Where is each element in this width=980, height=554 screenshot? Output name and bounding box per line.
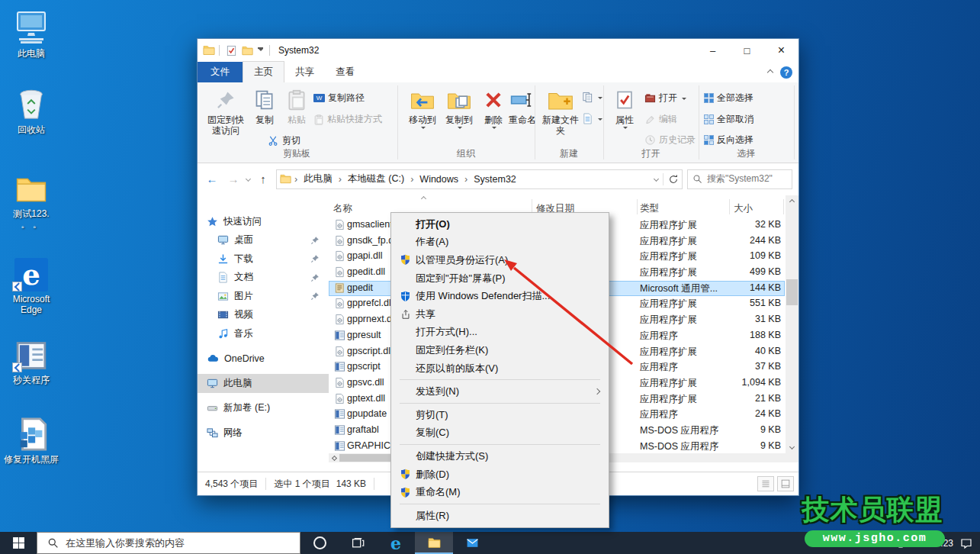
taskbar-search-input[interactable]: 在这里输入你要搜索的内容 <box>37 532 300 554</box>
nav-item-new-volume-e[interactable]: 新加卷 (E:) <box>198 399 329 418</box>
history-button[interactable]: 历史记录 <box>644 134 696 147</box>
tab-share[interactable]: 共享 <box>284 62 325 82</box>
menu-item-share[interactable]: 共享 <box>391 305 609 324</box>
desktop-icon-fix-black-screen[interactable]: 修复开机黑屏 <box>2 415 61 465</box>
collapse-ribbon-icon[interactable] <box>767 69 773 76</box>
address-dropdown-icon[interactable] <box>654 176 659 182</box>
menu-item-properties[interactable]: 属性(R) <box>391 507 609 525</box>
desktop-icon-edge[interactable]: e Microsoft Edge <box>2 255 61 315</box>
back-button[interactable]: ← <box>204 172 220 185</box>
column-header-type[interactable]: 类型 <box>640 202 659 215</box>
address-box[interactable]: › 此电脑 › 本地磁盘 (C:) › Windows › System32 <box>276 169 683 189</box>
search-input[interactable]: 搜索"System32" <box>687 169 792 189</box>
tab-view[interactable]: 查看 <box>325 62 365 82</box>
menu-item-pin-to-start[interactable]: 固定到"开始"屏幕(P) <box>391 269 609 288</box>
properties-button[interactable]: 属性 <box>609 87 640 130</box>
invert-selection-button[interactable]: 反向选择 <box>704 134 753 147</box>
scroll-right-icon[interactable] <box>329 453 339 462</box>
qat-properties-icon[interactable] <box>226 45 237 56</box>
details-view-button[interactable] <box>757 476 774 491</box>
edit-button[interactable]: 编辑 <box>644 113 677 126</box>
taskbar-mail-button[interactable] <box>453 532 491 554</box>
menu-item-copy[interactable]: 复制(C) <box>391 424 609 443</box>
nav-item-pictures[interactable]: 图片 <box>198 287 329 306</box>
desktop-icon-quick-close-app[interactable]: 秒关程序 <box>2 336 61 385</box>
vertical-scrollbar[interactable] <box>786 195 798 453</box>
desktop-icon-recycle-bin[interactable]: 回收站 <box>2 85 61 135</box>
qat-customize-icon[interactable] <box>258 47 263 53</box>
close-button[interactable]: × <box>764 39 798 62</box>
scroll-down-icon[interactable] <box>786 440 798 453</box>
nav-item-this-pc[interactable]: 此电脑 <box>198 374 329 393</box>
refresh-icon[interactable] <box>668 174 679 185</box>
task-view-button[interactable] <box>339 532 377 554</box>
copy-to-button[interactable]: 复制到 <box>442 87 477 130</box>
breadcrumb-windows[interactable]: Windows <box>416 174 461 185</box>
copy-path-button[interactable]: W复制路径 <box>313 92 365 105</box>
menu-item-pin-to-taskbar[interactable]: 固定到任务栏(K) <box>391 341 609 359</box>
tab-home[interactable]: 主页 <box>243 61 284 82</box>
menu-item-open-with[interactable]: 打开方式(H)... <box>391 324 609 342</box>
button-label: 重命名 <box>509 114 536 125</box>
nav-item-desktop[interactable]: 桌面 <box>198 231 329 250</box>
drive-icon <box>207 402 218 414</box>
paste-button[interactable]: 粘贴 <box>281 87 312 125</box>
nav-item-onedrive[interactable]: OneDrive <box>198 349 329 369</box>
large-icons-view-button[interactable] <box>777 476 794 491</box>
nav-item-quick-access[interactable]: 快速访问 <box>198 212 329 231</box>
menu-item-open[interactable]: 打开(O) <box>391 215 609 234</box>
menu-item-author[interactable]: 作者(A) <box>391 234 609 252</box>
column-header-name[interactable]: 名称 <box>333 202 352 215</box>
exe-icon <box>334 361 345 372</box>
new-folder-button[interactable]: 新建文件夹 <box>541 87 580 136</box>
cortana-button[interactable] <box>300 532 339 554</box>
easy-access-button[interactable] <box>582 92 602 103</box>
menu-item-scan-with-defender[interactable]: 使用 Windows Defender扫描... <box>391 287 609 305</box>
maximize-button[interactable]: □ <box>730 39 764 62</box>
nav-item-music[interactable]: 音乐 <box>198 324 329 343</box>
column-header-size[interactable]: 大小 <box>734 202 753 215</box>
desktop-icon-test-folder[interactable]: 测试123. 。 。 <box>2 169 61 230</box>
copy-button[interactable]: 复制 <box>249 87 280 125</box>
rename-button[interactable]: 重命名 <box>507 87 538 125</box>
move-to-button[interactable]: 移动到 <box>405 87 440 130</box>
up-button[interactable]: ↑ <box>255 172 272 185</box>
download-icon <box>217 253 229 265</box>
cut-button[interactable]: 剪切 <box>268 134 300 147</box>
scroll-up-icon[interactable] <box>786 195 798 208</box>
menu-item-cut[interactable]: 剪切(T) <box>391 406 609 424</box>
new-item-button[interactable] <box>582 113 602 124</box>
nav-item-videos[interactable]: 视频 <box>198 306 329 325</box>
menu-item-restore-previous-versions[interactable]: 还原以前的版本(V) <box>391 359 609 378</box>
recent-locations-icon[interactable] <box>246 176 251 182</box>
action-center-icon[interactable] <box>960 537 972 549</box>
nav-item-network[interactable]: 网络 <box>198 424 329 443</box>
minimize-button[interactable]: – <box>696 39 730 62</box>
open-button[interactable]: 打开 <box>644 92 686 105</box>
tab-file[interactable]: 文件 <box>198 62 243 82</box>
help-icon[interactable]: ? <box>780 66 792 79</box>
taskbar-file-explorer-button[interactable] <box>415 532 453 554</box>
button-label: 新建文件夹 <box>541 114 580 136</box>
taskbar-edge-button[interactable]: e <box>377 532 415 554</box>
menu-item-send-to[interactable]: 发送到(N) <box>391 382 609 401</box>
menu-item-rename[interactable]: 重命名(M) <box>391 483 609 501</box>
menu-item-run-as-administrator[interactable]: 以管理员身份运行(A) <box>391 251 609 269</box>
breadcrumb-this-pc[interactable]: 此电脑 <box>300 172 336 185</box>
delete-button[interactable]: 删除 <box>480 87 507 130</box>
menu-item-create-shortcut[interactable]: 创建快捷方式(S) <box>391 447 609 465</box>
breadcrumb-system32[interactable]: System32 <box>471 174 519 185</box>
nav-item-documents[interactable]: 文档 <box>198 269 329 288</box>
breadcrumb-local-disk-c[interactable]: 本地磁盘 (C:) <box>345 172 407 185</box>
forward-button[interactable]: → <box>225 172 242 185</box>
scrollbar-thumb[interactable] <box>786 279 798 305</box>
start-button[interactable] <box>0 532 37 554</box>
paste-shortcut-button[interactable]: 粘贴快捷方式 <box>313 113 382 126</box>
pin-to-quick-access-button[interactable]: 固定到快速访问 <box>204 87 248 136</box>
qat-new-folder-icon[interactable] <box>242 45 253 56</box>
select-all-button[interactable]: 全部选择 <box>704 92 753 105</box>
menu-item-delete[interactable]: 删除(D) <box>391 465 609 484</box>
select-none-button[interactable]: 全部取消 <box>704 113 753 126</box>
nav-item-downloads[interactable]: 下载 <box>198 250 329 269</box>
desktop-icon-this-pc[interactable]: 此电脑 <box>2 9 61 59</box>
